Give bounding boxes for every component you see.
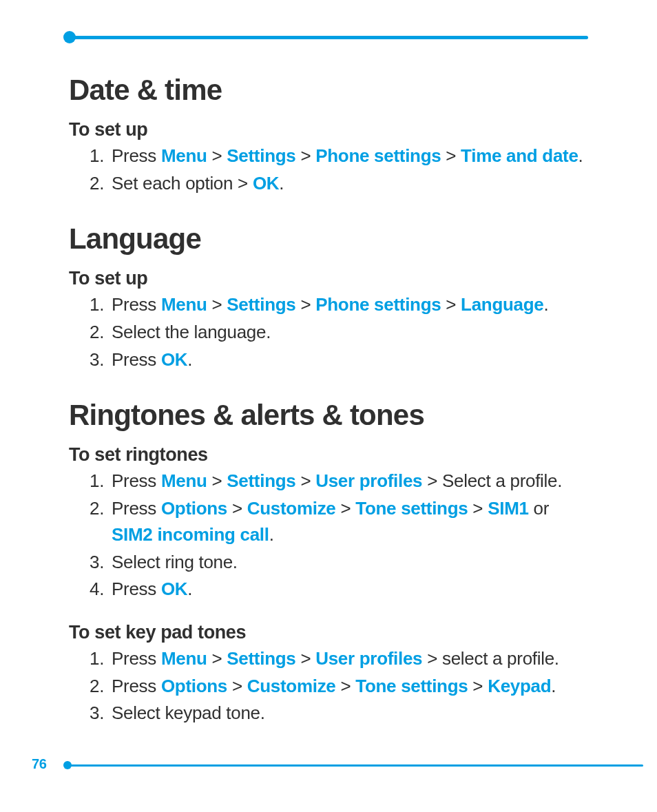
step-text: . (269, 524, 274, 545)
step-text: Press (112, 470, 161, 491)
step-text: > (227, 498, 247, 519)
step-item: Set each option > OK. (109, 171, 588, 197)
step-text: Press (112, 648, 161, 669)
menu-path-token: Options (161, 498, 227, 519)
step-list: Press Menu > Settings > User profiles > … (69, 646, 588, 727)
menu-path-token: Tone settings (355, 498, 468, 519)
step-text: > (295, 648, 315, 669)
section-heading: Ringtones & alerts & tones (69, 399, 588, 432)
step-item: Select keypad tone. (109, 700, 588, 727)
step-text: Press (112, 349, 161, 370)
page: Date & timeTo set upPress Menu > Setting… (0, 36, 657, 727)
menu-path-token: Settings (227, 648, 295, 669)
step-text: > (441, 145, 461, 166)
menu-path-token: Menu (161, 648, 207, 669)
menu-path-token: Customize (247, 498, 336, 519)
menu-path-token: SIM1 (488, 498, 528, 519)
step-text: > (336, 676, 356, 696)
menu-path-token: OK (161, 349, 187, 370)
menu-path-token: Phone settings (315, 294, 441, 315)
step-text: Select ring tone. (112, 552, 238, 572)
step-text: > (336, 498, 356, 519)
menu-path-token: Settings (227, 470, 295, 491)
section-heading: Language (69, 222, 588, 256)
step-text: . (187, 349, 192, 370)
step-text: Select keypad tone. (112, 702, 265, 723)
menu-path-token: Phone settings (315, 145, 441, 166)
step-text: Press (112, 676, 161, 696)
step-item: Press Menu > Settings > Phone settings >… (109, 292, 588, 318)
step-text: > (227, 676, 247, 696)
menu-path-token: User profiles (315, 470, 422, 491)
step-text: . (578, 145, 583, 166)
menu-path-token: Customize (247, 676, 336, 696)
step-text: > (207, 470, 227, 491)
menu-path-token: User profiles (315, 648, 422, 669)
footer-rule (69, 764, 643, 767)
menu-path-token: Keypad (488, 676, 551, 696)
header-rule (69, 36, 588, 39)
menu-path-token: Options (161, 676, 227, 696)
step-text: Press (112, 498, 161, 519)
menu-path-token: SIM2 incoming call (112, 524, 269, 545)
menu-path-token: Tone settings (355, 676, 468, 696)
step-text: Press (112, 145, 161, 166)
section-heading: Date & time (69, 74, 588, 107)
step-text: > (295, 470, 315, 491)
subsection-heading: To set up (69, 268, 588, 289)
step-text: . (544, 294, 549, 315)
menu-path-token: Menu (161, 470, 207, 491)
content: Date & timeTo set upPress Menu > Setting… (69, 74, 588, 727)
step-item: Press Menu > Settings > User profiles > … (109, 646, 588, 672)
step-text: Set each option > (112, 173, 253, 194)
step-item: Press Options > Customize > Tone setting… (109, 496, 588, 548)
step-text: Press (112, 294, 161, 315)
step-item: Press OK. (109, 576, 588, 603)
step-list: Press Menu > Settings > Phone settings >… (69, 143, 588, 196)
step-text: > select a profile. (422, 648, 559, 669)
menu-path-token: Menu (161, 145, 207, 166)
step-item: Press Options > Customize > Tone setting… (109, 674, 588, 700)
step-text: > (441, 294, 461, 315)
step-list: Press Menu > Settings > Phone settings >… (69, 292, 588, 373)
menu-path-token: Settings (227, 145, 295, 166)
menu-path-token: Menu (161, 294, 207, 315)
step-item: Press Menu > Settings > Phone settings >… (109, 143, 588, 169)
step-text: > Select a profile. (422, 470, 562, 491)
step-text: . (279, 173, 284, 194)
step-text: or (529, 498, 549, 519)
step-text: > (468, 676, 488, 696)
subsection-heading: To set key pad tones (69, 622, 588, 643)
step-item: Press OK. (109, 347, 588, 373)
step-text: > (468, 498, 488, 519)
menu-path-token: Settings (227, 294, 295, 315)
step-text: > (207, 145, 227, 166)
step-text: > (207, 648, 227, 669)
step-text: Press (112, 579, 161, 599)
subsection-heading: To set ringtones (69, 444, 588, 466)
menu-path-token: Time and date (461, 145, 578, 166)
menu-path-token: OK (161, 579, 187, 599)
step-text: > (207, 294, 227, 315)
step-text: . (187, 579, 192, 599)
step-text: . (551, 676, 556, 696)
step-item: Select the language. (109, 320, 588, 346)
step-text: > (295, 294, 315, 315)
header-rule-dot (63, 31, 76, 43)
step-text: > (295, 145, 315, 166)
menu-path-token: OK (253, 173, 279, 194)
step-item: Press Menu > Settings > User profiles > … (109, 468, 588, 495)
step-item: Select ring tone. (109, 550, 588, 576)
page-number: 76 (32, 756, 47, 772)
subsection-heading: To set up (69, 119, 588, 140)
step-text: Select the language. (112, 322, 271, 342)
step-list: Press Menu > Settings > User profiles > … (69, 468, 588, 602)
menu-path-token: Language (461, 294, 543, 315)
